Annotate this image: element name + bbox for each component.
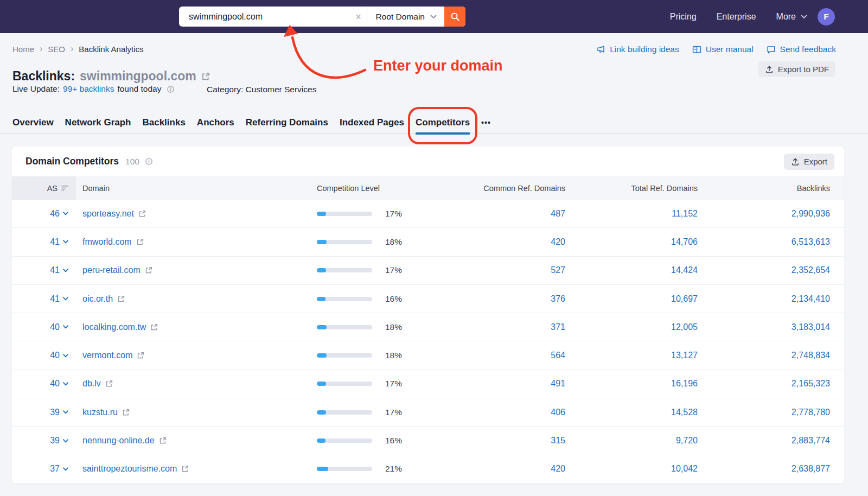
total-ref-domains-value[interactable]: 10,042 [671, 464, 698, 473]
column-header-competition-level[interactable]: Competition Level [317, 184, 433, 193]
domain-link[interactable]: sainttropeztourisme.com [82, 464, 177, 474]
common-ref-domains-value[interactable]: 371 [551, 322, 565, 332]
search-input[interactable] [179, 12, 350, 22]
backlinks-value[interactable]: 2,165,323 [792, 379, 830, 388]
table-row: 40 db.lv 17% 491 16,196 2,165,323 [12, 370, 844, 398]
external-link-icon[interactable] [181, 465, 189, 473]
info-icon[interactable] [167, 85, 175, 93]
total-ref-domains-cell: 12,005 [565, 322, 698, 332]
nav-more[interactable]: More [776, 12, 807, 22]
common-ref-domains-value[interactable]: 420 [551, 237, 565, 246]
breadcrumb-item-home[interactable]: Home [12, 44, 34, 54]
total-ref-domains-value[interactable]: 11,152 [672, 209, 698, 218]
domain-link[interactable]: peru-retail.com [82, 265, 141, 275]
total-ref-domains-value[interactable]: 13,127 [671, 351, 698, 360]
authority-score-value[interactable]: 40 [50, 351, 68, 360]
external-link-icon[interactable] [122, 409, 130, 416]
domain-link[interactable]: sporteasy.net [82, 209, 134, 219]
column-header-backlinks[interactable]: Backlinks [698, 184, 830, 193]
authority-score-value[interactable]: 46 [50, 209, 68, 219]
external-link-icon[interactable] [145, 266, 152, 274]
clear-search-icon[interactable]: × [350, 7, 367, 27]
common-ref-domains-value[interactable]: 420 [551, 464, 565, 473]
tab-anchors[interactable]: Anchors [197, 112, 234, 134]
breadcrumb-item-seo[interactable]: SEO [48, 44, 65, 54]
domain-link[interactable]: vermont.com [82, 351, 132, 360]
external-link-icon[interactable] [150, 323, 158, 331]
common-ref-domains-value[interactable]: 491 [551, 379, 565, 388]
authority-score-value[interactable]: 41 [50, 265, 68, 275]
common-ref-domains-value[interactable]: 406 [551, 408, 565, 417]
send-feedback-link[interactable]: Send feedback [767, 44, 836, 54]
category-label: Category: Customer Services [207, 85, 316, 94]
tab-network-graph[interactable]: Network Graph [65, 112, 131, 134]
tab-overview[interactable]: Overview [12, 112, 54, 134]
tab-backlinks[interactable]: Backlinks [142, 112, 185, 134]
backlinks-value[interactable]: 2,778,780 [792, 408, 830, 417]
common-ref-domains-value[interactable]: 315 [551, 436, 565, 445]
info-icon[interactable] [145, 157, 153, 166]
external-link-icon[interactable] [105, 380, 113, 387]
avatar[interactable]: F [818, 8, 835, 26]
common-ref-domains-value[interactable]: 487 [551, 209, 565, 218]
total-ref-domains-value[interactable]: 12,005 [671, 322, 698, 332]
nav-pricing[interactable]: Pricing [670, 12, 697, 22]
domain-link[interactable]: kuzstu.ru [82, 408, 118, 417]
authority-score-value[interactable]: 39 [50, 436, 68, 446]
link-building-ideas-link[interactable]: Link building ideas [596, 44, 679, 54]
total-ref-domains-value[interactable]: 14,528 [671, 408, 698, 417]
common-ref-domains-value[interactable]: 564 [551, 351, 565, 360]
authority-score-value[interactable]: 37 [50, 464, 68, 474]
competition-percent: 17% [385, 408, 402, 417]
backlinks-value[interactable]: 2,748,834 [792, 351, 830, 360]
tab-indexed-pages[interactable]: Indexed Pages [340, 112, 404, 134]
common-ref-domains-value[interactable]: 527 [551, 265, 565, 275]
authority-score-value[interactable]: 40 [50, 379, 68, 389]
total-ref-domains-value[interactable]: 10,697 [671, 294, 698, 303]
external-link-icon[interactable] [137, 352, 144, 359]
tab-competitors[interactable]: Competitors [416, 112, 470, 134]
user-manual-link[interactable]: User manual [692, 44, 754, 54]
total-ref-domains-value[interactable]: 16,196 [671, 379, 698, 388]
page-title: Backlinks: swimmingpool.com [12, 69, 210, 84]
domain-link[interactable]: db.lv [82, 379, 101, 389]
tab-referring-domains[interactable]: Referring Domains [246, 112, 328, 134]
export-button[interactable]: Export [784, 154, 834, 170]
backlinks-value[interactable]: 3,183,014 [792, 322, 830, 332]
live-update-backlinks-link[interactable]: 99+ backlinks [63, 84, 114, 94]
column-header-common-ref-domains[interactable]: Common Ref. Domains [433, 184, 565, 193]
competition-percent: 16% [385, 294, 402, 304]
column-header-domain[interactable]: Domain [76, 184, 317, 193]
search-button[interactable] [444, 7, 465, 27]
nav-enterprise[interactable]: Enterprise [717, 12, 756, 22]
backlinks-value[interactable]: 2,883,774 [792, 436, 830, 445]
backlinks-value[interactable]: 2,990,936 [792, 209, 830, 218]
authority-score-value[interactable]: 39 [50, 408, 68, 417]
backlinks-value[interactable]: 2,638,877 [792, 464, 830, 473]
authority-score-value[interactable]: 41 [50, 294, 68, 304]
column-header-total-ref-domains[interactable]: Total Ref. Domains [565, 184, 698, 193]
external-link-icon[interactable] [201, 72, 210, 81]
breadcrumb-separator: › [71, 44, 73, 54]
search-scope-dropdown[interactable]: Root Domain [367, 7, 444, 27]
common-ref-domains-value[interactable]: 376 [551, 294, 565, 303]
column-header-as[interactable]: AS [12, 176, 76, 200]
total-ref-domains-value[interactable]: 14,706 [671, 237, 698, 246]
external-link-icon[interactable] [136, 238, 144, 246]
total-ref-domains-value[interactable]: 9,720 [676, 436, 698, 445]
backlinks-value[interactable]: 2,134,410 [792, 294, 830, 303]
authority-score-value[interactable]: 41 [50, 237, 68, 247]
authority-score-value[interactable]: 40 [50, 322, 68, 332]
domain-link[interactable]: oic.or.th [82, 294, 113, 304]
domain-link[interactable]: fmworld.com [82, 237, 132, 247]
domain-link[interactable]: nennung-online.de [82, 436, 155, 446]
backlinks-value[interactable]: 2,352,654 [792, 265, 830, 275]
tab-more[interactable]: ••• [481, 112, 491, 134]
external-link-icon[interactable] [117, 295, 125, 303]
domain-link[interactable]: localking.com.tw [82, 322, 146, 332]
backlinks-value[interactable]: 6,513,613 [792, 237, 830, 246]
external-link-icon[interactable] [138, 210, 146, 218]
external-link-icon[interactable] [159, 437, 167, 444]
total-ref-domains-value[interactable]: 14,424 [671, 265, 698, 275]
export-to-pdf-button[interactable]: Export to PDF [758, 61, 835, 77]
